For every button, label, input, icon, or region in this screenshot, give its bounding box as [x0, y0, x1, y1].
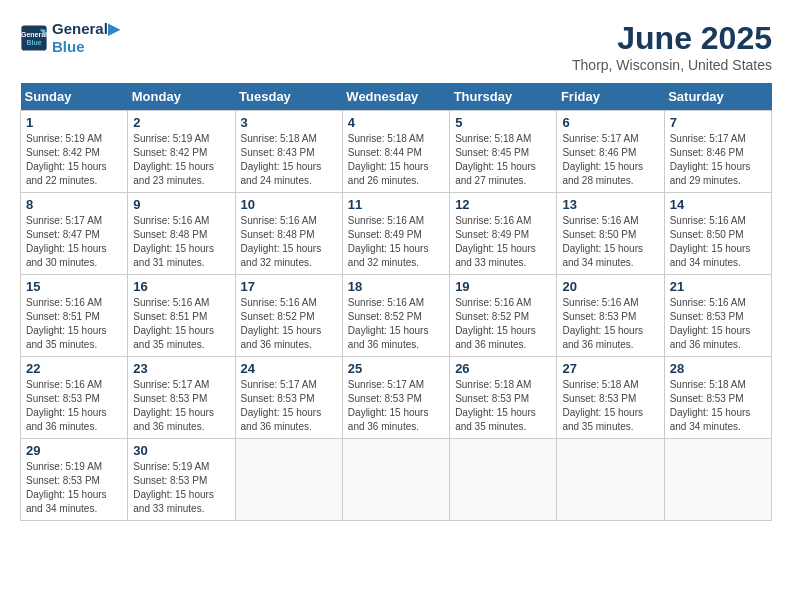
empty-cell [557, 439, 664, 521]
table-row: 8 Sunrise: 5:17 AMSunset: 8:47 PMDayligh… [21, 193, 128, 275]
table-row: 4 Sunrise: 5:18 AMSunset: 8:44 PMDayligh… [342, 111, 449, 193]
empty-cell [450, 439, 557, 521]
table-row: 11 Sunrise: 5:16 AMSunset: 8:49 PMDaylig… [342, 193, 449, 275]
logo-icon: General Blue [20, 24, 48, 52]
col-thursday: Thursday [450, 83, 557, 111]
title-block: June 2025 Thorp, Wisconsin, United State… [572, 20, 772, 73]
table-row: 15 Sunrise: 5:16 AMSunset: 8:51 PMDaylig… [21, 275, 128, 357]
table-row: 25 Sunrise: 5:17 AMSunset: 8:53 PMDaylig… [342, 357, 449, 439]
table-row: 23 Sunrise: 5:17 AMSunset: 8:53 PMDaylig… [128, 357, 235, 439]
empty-cell [235, 439, 342, 521]
calendar-week-row: 8 Sunrise: 5:17 AMSunset: 8:47 PMDayligh… [21, 193, 772, 275]
col-friday: Friday [557, 83, 664, 111]
location: Thorp, Wisconsin, United States [572, 57, 772, 73]
logo: General Blue General▶ Blue [20, 20, 120, 55]
table-row: 18 Sunrise: 5:16 AMSunset: 8:52 PMDaylig… [342, 275, 449, 357]
table-row: 7 Sunrise: 5:17 AMSunset: 8:46 PMDayligh… [664, 111, 771, 193]
col-wednesday: Wednesday [342, 83, 449, 111]
table-row: 6 Sunrise: 5:17 AMSunset: 8:46 PMDayligh… [557, 111, 664, 193]
col-tuesday: Tuesday [235, 83, 342, 111]
calendar-week-row: 15 Sunrise: 5:16 AMSunset: 8:51 PMDaylig… [21, 275, 772, 357]
table-row: 14 Sunrise: 5:16 AMSunset: 8:50 PMDaylig… [664, 193, 771, 275]
table-row: 20 Sunrise: 5:16 AMSunset: 8:53 PMDaylig… [557, 275, 664, 357]
table-row: 16 Sunrise: 5:16 AMSunset: 8:51 PMDaylig… [128, 275, 235, 357]
table-row: 3 Sunrise: 5:18 AMSunset: 8:43 PMDayligh… [235, 111, 342, 193]
table-row: 28 Sunrise: 5:18 AMSunset: 8:53 PMDaylig… [664, 357, 771, 439]
table-row: 2 Sunrise: 5:19 AMSunset: 8:42 PMDayligh… [128, 111, 235, 193]
table-row: 29 Sunrise: 5:19 AMSunset: 8:53 PMDaylig… [21, 439, 128, 521]
table-row: 19 Sunrise: 5:16 AMSunset: 8:52 PMDaylig… [450, 275, 557, 357]
svg-rect-0 [21, 25, 46, 50]
table-row: 26 Sunrise: 5:18 AMSunset: 8:53 PMDaylig… [450, 357, 557, 439]
month-title: June 2025 [572, 20, 772, 57]
calendar-table: Sunday Monday Tuesday Wednesday Thursday… [20, 83, 772, 521]
calendar-week-row: 1 Sunrise: 5:19 AMSunset: 8:42 PMDayligh… [21, 111, 772, 193]
calendar-week-row: 29 Sunrise: 5:19 AMSunset: 8:53 PMDaylig… [21, 439, 772, 521]
header-row: Sunday Monday Tuesday Wednesday Thursday… [21, 83, 772, 111]
svg-text:Blue: Blue [26, 39, 41, 46]
table-row: 22 Sunrise: 5:16 AMSunset: 8:53 PMDaylig… [21, 357, 128, 439]
table-row: 30 Sunrise: 5:19 AMSunset: 8:53 PMDaylig… [128, 439, 235, 521]
table-row: 24 Sunrise: 5:17 AMSunset: 8:53 PMDaylig… [235, 357, 342, 439]
table-row: 10 Sunrise: 5:16 AMSunset: 8:48 PMDaylig… [235, 193, 342, 275]
page-header: General Blue General▶ Blue June 2025 Tho… [20, 20, 772, 73]
table-row: 17 Sunrise: 5:16 AMSunset: 8:52 PMDaylig… [235, 275, 342, 357]
table-row: 9 Sunrise: 5:16 AMSunset: 8:48 PMDayligh… [128, 193, 235, 275]
table-row: 1 Sunrise: 5:19 AMSunset: 8:42 PMDayligh… [21, 111, 128, 193]
logo-text: General▶ Blue [52, 20, 120, 55]
calendar-week-row: 22 Sunrise: 5:16 AMSunset: 8:53 PMDaylig… [21, 357, 772, 439]
col-sunday: Sunday [21, 83, 128, 111]
col-saturday: Saturday [664, 83, 771, 111]
table-row: 12 Sunrise: 5:16 AMSunset: 8:49 PMDaylig… [450, 193, 557, 275]
empty-cell [342, 439, 449, 521]
empty-cell [664, 439, 771, 521]
col-monday: Monday [128, 83, 235, 111]
table-row: 5 Sunrise: 5:18 AMSunset: 8:45 PMDayligh… [450, 111, 557, 193]
table-row: 13 Sunrise: 5:16 AMSunset: 8:50 PMDaylig… [557, 193, 664, 275]
table-row: 27 Sunrise: 5:18 AMSunset: 8:53 PMDaylig… [557, 357, 664, 439]
table-row: 21 Sunrise: 5:16 AMSunset: 8:53 PMDaylig… [664, 275, 771, 357]
